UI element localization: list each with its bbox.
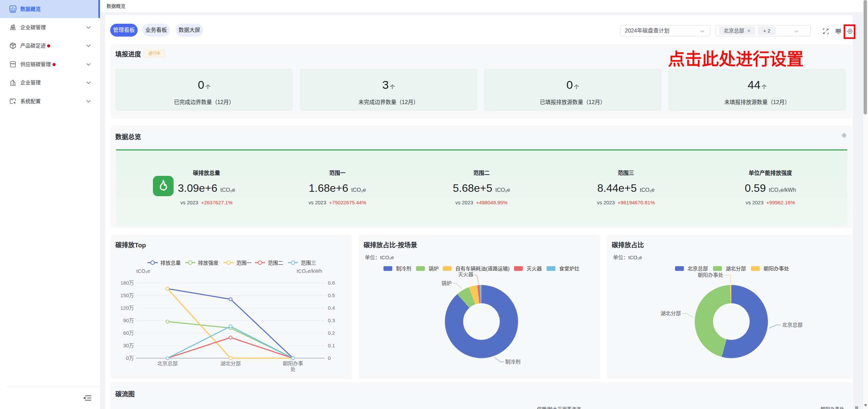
svg-text:自有车辆耗油(道路运输): 自有车辆耗油(道路运输) bbox=[455, 266, 510, 271]
svg-text:排放总量: 排放总量 bbox=[160, 260, 181, 266]
svg-text:灭火器: 灭火器 bbox=[458, 271, 473, 277]
svg-text:湖北分部: 湖北分部 bbox=[726, 266, 746, 271]
svg-text:0万: 0万 bbox=[126, 355, 134, 361]
svg-text:制冷剂: 制冷剂 bbox=[505, 359, 520, 365]
svg-text:tCO₂e: tCO₂e bbox=[136, 268, 150, 274]
svg-text:0: 0 bbox=[328, 355, 331, 361]
svg-text:排放强度: 排放强度 bbox=[198, 260, 218, 266]
svg-text:30万: 30万 bbox=[123, 343, 134, 348]
svg-text:灭火器: 灭火器 bbox=[527, 266, 542, 271]
svg-text:锅炉: 锅炉 bbox=[429, 266, 439, 271]
svg-text:150万: 150万 bbox=[120, 292, 134, 298]
svg-text:0.5: 0.5 bbox=[328, 292, 335, 298]
svg-text:湖北分部: 湖北分部 bbox=[220, 361, 241, 366]
svg-text:锅炉: 锅炉 bbox=[441, 280, 452, 286]
svg-text:北京总部: 北京总部 bbox=[688, 266, 708, 271]
svg-text:0.3: 0.3 bbox=[328, 318, 335, 323]
svg-text:北京总部: 北京总部 bbox=[157, 361, 178, 366]
svg-text:处: 处 bbox=[290, 366, 295, 372]
svg-text:湖北分部: 湖北分部 bbox=[660, 310, 681, 316]
svg-text:90万: 90万 bbox=[123, 318, 134, 323]
svg-text:60万: 60万 bbox=[123, 330, 134, 336]
svg-text:北京总部: 北京总部 bbox=[782, 322, 803, 328]
svg-text:0.4: 0.4 bbox=[328, 305, 335, 311]
svg-text:0.6: 0.6 bbox=[328, 280, 335, 286]
svg-text:0.2: 0.2 bbox=[328, 330, 335, 336]
svg-text:朝阳办事: 朝阳办事 bbox=[283, 361, 303, 366]
svg-text:120万: 120万 bbox=[120, 305, 134, 311]
svg-text:0.1: 0.1 bbox=[328, 343, 335, 348]
svg-text:范围三: 范围三 bbox=[301, 260, 316, 266]
svg-text:范围一: 范围一 bbox=[236, 260, 252, 266]
svg-text:朝阳办事处: 朝阳办事处 bbox=[698, 272, 723, 278]
svg-text:朝阳办事处: 朝阳办事处 bbox=[764, 266, 789, 271]
svg-text:tCO₂e/kWh: tCO₂e/kWh bbox=[297, 268, 322, 274]
svg-text:范围二: 范围二 bbox=[268, 260, 283, 266]
svg-text:180万: 180万 bbox=[120, 280, 134, 286]
svg-text:制冷剂: 制冷剂 bbox=[396, 266, 411, 271]
svg-text:食堂炉灶: 食堂炉灶 bbox=[559, 266, 579, 271]
